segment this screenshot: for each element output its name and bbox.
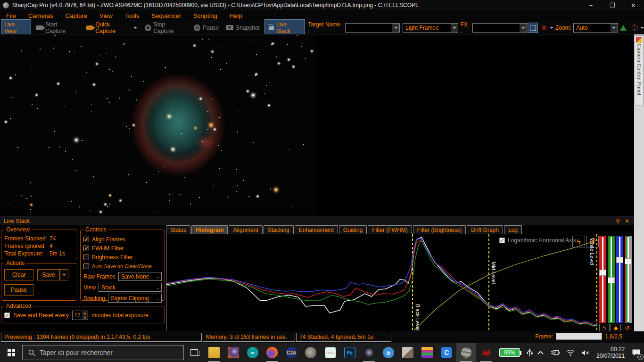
save-dropdown-button[interactable] <box>60 269 68 280</box>
usb-device[interactable] <box>523 343 536 362</box>
view-select[interactable]: Stack⌄ <box>99 283 162 292</box>
taskbar-app-scratch[interactable] <box>418 343 437 362</box>
taskbar-app-c2a[interactable]: C2A <box>282 343 301 362</box>
auto-stretch-button[interactable]: ϟ <box>572 236 585 247</box>
green-level-slider[interactable] <box>608 236 615 323</box>
frame-type-combo[interactable]: Light Frames <box>403 23 458 33</box>
star <box>86 72 87 73</box>
taskbar-app-deepsky[interactable] <box>359 343 379 362</box>
brightness-filter-checkbox[interactable]: Brightness Filter <box>83 254 162 261</box>
pause-button[interactable]: Pause <box>191 23 222 33</box>
auto-stretch-small-button[interactable]: ϟ <box>599 324 610 332</box>
taskbar-app-photos[interactable] <box>398 343 418 362</box>
blue-slider-handle[interactable] <box>616 257 623 263</box>
taskbar-app-stellarium[interactable]: ◍ <box>379 343 398 362</box>
volume-muted[interactable] <box>578 343 593 362</box>
save-reset-checkbox[interactable]: ✓ <box>4 313 10 318</box>
snapshot-button[interactable]: Snapshot <box>223 23 263 33</box>
focus-assist-button[interactable] <box>629 23 640 33</box>
menu-capture[interactable]: Capture <box>59 12 93 19</box>
battery-indicator[interactable]: 93% <box>496 343 523 362</box>
bright-star <box>275 189 277 191</box>
taskbar-app-cartes-du-ciel[interactable] <box>301 343 321 362</box>
reset-levels-button[interactable]: ↺ <box>622 324 632 332</box>
close-button[interactable]: ✕ <box>623 0 644 10</box>
spinner-down-icon[interactable] <box>83 317 86 319</box>
image-display-area[interactable] <box>0 34 644 214</box>
tab-guiding[interactable]: Guiding <box>339 225 367 235</box>
menu-tools[interactable]: Tools <box>119 12 145 19</box>
reset-stretch-button[interactable]: ↺ <box>586 236 599 247</box>
live-view-button[interactable]: Live View <box>1 19 31 36</box>
all-level-slider[interactable] <box>625 236 632 323</box>
stacking-select[interactable]: Sigma Clipping⌄ <box>108 294 162 303</box>
auto-save-checkbox[interactable]: Auto Save on Clear/Close <box>83 263 162 270</box>
taskbar-app-firefox[interactable] <box>263 343 282 362</box>
clock[interactable]: 00:2220/07/2021 <box>593 343 628 362</box>
reticle-button[interactable]: ✕ <box>539 23 549 33</box>
save-button[interactable]: Save <box>37 269 60 280</box>
tab-alignment[interactable]: Alignment <box>229 225 262 235</box>
live-stack-button[interactable]: Live Stack <box>264 19 305 36</box>
wifi-status[interactable] <box>563 343 578 362</box>
camera-control-panel-tab[interactable]: Camera Control Panel <box>635 35 644 106</box>
chevron-down-icon[interactable] <box>550 27 553 29</box>
tab-stacking[interactable]: Stacking <box>264 225 294 235</box>
tray-planetarium[interactable] <box>456 343 476 362</box>
minutes-stepper[interactable]: 17 <box>72 311 88 320</box>
menu-file[interactable]: File <box>0 12 22 19</box>
green-slider-handle[interactable] <box>608 277 615 283</box>
all-slider-handle[interactable] <box>625 258 632 264</box>
tab-log[interactable]: Log <box>504 225 522 235</box>
start-capture-button[interactable]: Start Capture <box>33 20 81 36</box>
pin-icon[interactable]: ⚲ <box>616 218 620 224</box>
tab-filter-brightness[interactable]: Filter (Brightness) <box>413 225 466 235</box>
menu-scripting[interactable]: Scripting <box>187 12 223 19</box>
start-button[interactable] <box>0 343 22 362</box>
tab-status[interactable]: Status <box>166 225 190 235</box>
menu-sequencer[interactable]: Sequencer <box>145 12 187 19</box>
notification-center-button[interactable]: 4 <box>628 343 644 362</box>
maximize-button[interactable]: ❐ <box>602 0 623 10</box>
red-slider-handle[interactable] <box>599 270 606 276</box>
taskbar-app-sharpcap[interactable] <box>223 343 243 362</box>
log-axis-checkbox[interactable]: ✓ Logarithmic Horizontal Axis <box>499 237 576 244</box>
taskbar-app-file-explorer[interactable] <box>204 343 223 362</box>
blue-level-slider[interactable] <box>616 236 623 323</box>
histogram-plot[interactable]: Black Level Mid Level White Level ✓ Loga… <box>166 234 634 332</box>
zoom-combo[interactable]: Auto <box>573 23 618 33</box>
spinner-up-icon[interactable] <box>83 313 86 314</box>
pause-stack-button[interactable]: Pause <box>4 284 33 296</box>
minimize-button[interactable]: − <box>580 0 602 10</box>
hidden-icons-button[interactable] <box>536 343 547 362</box>
target-name-combo[interactable] <box>345 23 400 33</box>
histogram-button[interactable] <box>619 23 629 33</box>
search-input[interactable]: Taper ici pour rechercher <box>22 345 184 360</box>
tab-filter-fwhm[interactable]: Filter (FWHM) <box>368 225 412 235</box>
menu-cameras[interactable]: Cameras <box>22 12 59 19</box>
tab-histogram[interactable]: Histogram <box>191 225 228 235</box>
tab-enhancement[interactable]: Enhancement <box>295 225 338 235</box>
stop-capture-button[interactable]: Stop Capture <box>142 20 189 36</box>
chevron-down-icon[interactable] <box>640 27 644 29</box>
fx-combo[interactable] <box>472 23 527 33</box>
power-status[interactable] <box>547 343 563 362</box>
fwhm-filter-checkbox[interactable]: ✓FWHM Filter <box>83 245 162 252</box>
taskbar-app-clipchamp[interactable]: C <box>437 343 456 362</box>
menu-help[interactable]: Help <box>223 12 248 19</box>
menu-view[interactable]: View <box>93 12 119 19</box>
selection-area-button[interactable] <box>528 23 538 33</box>
close-panel-icon[interactable]: ✕ <box>625 218 629 224</box>
taskbar-app-spreadsheet[interactable]: ::::: <box>321 343 340 362</box>
clear-button[interactable]: Clear <box>4 269 33 280</box>
tab-drift-graph[interactable]: Drift Graph <box>467 225 503 235</box>
tray-apt[interactable] <box>476 343 496 362</box>
quick-capture-button[interactable]: Quick Capture <box>83 20 140 36</box>
taskbar-app-arduino[interactable]: ∞ <box>243 343 262 362</box>
red-level-slider[interactable] <box>599 236 606 323</box>
taskbar-app-photoshop[interactable]: Ps <box>340 343 359 362</box>
align-frames-checkbox[interactable]: ✓Align Frames <box>83 236 162 243</box>
raw-frames-select[interactable]: Save None⌄ <box>118 272 162 281</box>
task-view-button[interactable] <box>184 343 204 362</box>
highlight-button[interactable]: ◆ <box>611 324 621 332</box>
